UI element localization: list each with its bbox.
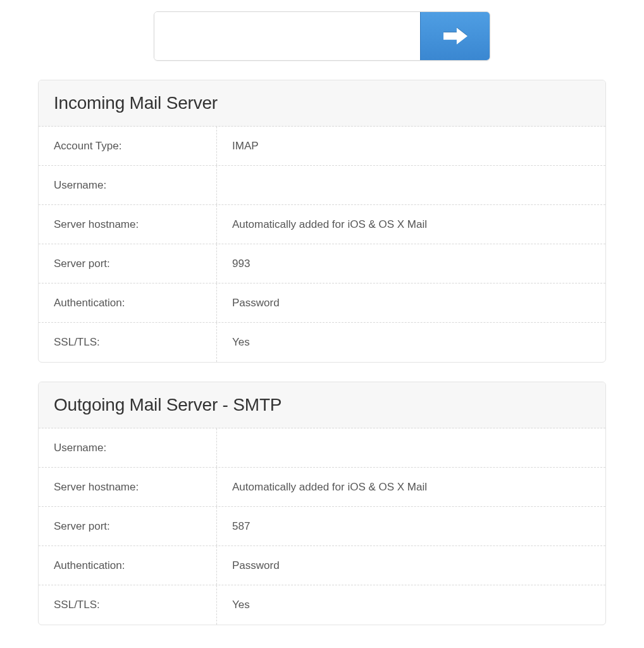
outgoing-panel-header: Outgoing Mail Server - SMTP bbox=[39, 382, 605, 428]
server-port-value: 993 bbox=[217, 258, 605, 270]
ssl-tls-value: Yes bbox=[217, 599, 605, 611]
ssl-tls-label: SSL/TLS: bbox=[39, 323, 217, 362]
authentication-value: Password bbox=[217, 297, 605, 309]
incoming-panel: Incoming Mail Server Account Type: IMAP … bbox=[38, 80, 606, 363]
account-type-value: IMAP bbox=[217, 140, 605, 153]
table-row: Server port: 993 bbox=[39, 244, 605, 284]
search-bar bbox=[0, 0, 644, 61]
table-row: Server port: 587 bbox=[39, 507, 605, 546]
server-hostname-label: Server hostname: bbox=[39, 468, 217, 506]
authentication-label: Authentication: bbox=[39, 546, 217, 585]
table-row: Username: bbox=[39, 428, 605, 468]
table-row: SSL/TLS: Yes bbox=[39, 585, 605, 625]
ssl-tls-value: Yes bbox=[217, 336, 605, 349]
username-label: Username: bbox=[39, 428, 217, 467]
outgoing-panel: Outgoing Mail Server - SMTP Username: Se… bbox=[38, 382, 606, 625]
search-box bbox=[154, 11, 490, 61]
ssl-tls-label: SSL/TLS: bbox=[39, 585, 217, 625]
callout-arrow bbox=[314, 80, 330, 80]
server-hostname-value: Automatically added for iOS & OS X Mail bbox=[217, 481, 605, 494]
table-row: Server hostname: Automatically added for… bbox=[39, 205, 605, 244]
server-port-value: 587 bbox=[217, 520, 605, 533]
table-row: Username: bbox=[39, 166, 605, 205]
server-port-label: Server port: bbox=[39, 244, 217, 283]
server-port-label: Server port: bbox=[39, 507, 217, 545]
authentication-value: Password bbox=[217, 559, 605, 572]
username-label: Username: bbox=[39, 166, 217, 204]
server-hostname-label: Server hostname: bbox=[39, 205, 217, 244]
submit-button[interactable] bbox=[420, 12, 490, 60]
incoming-panel-header: Incoming Mail Server bbox=[39, 80, 605, 127]
outgoing-title: Outgoing Mail Server - SMTP bbox=[54, 395, 590, 415]
server-hostname-value: Automatically added for iOS & OS X Mail bbox=[217, 218, 605, 231]
table-row: SSL/TLS: Yes bbox=[39, 323, 605, 362]
incoming-title: Incoming Mail Server bbox=[54, 93, 590, 113]
table-row: Server hostname: Automatically added for… bbox=[39, 468, 605, 507]
table-row: Account Type: IMAP bbox=[39, 127, 605, 166]
arrow-right-icon bbox=[443, 26, 468, 46]
table-row: Authentication: Password bbox=[39, 284, 605, 323]
account-type-label: Account Type: bbox=[39, 127, 217, 165]
authentication-label: Authentication: bbox=[39, 284, 217, 322]
search-input[interactable] bbox=[154, 12, 420, 60]
table-row: Authentication: Password bbox=[39, 546, 605, 585]
